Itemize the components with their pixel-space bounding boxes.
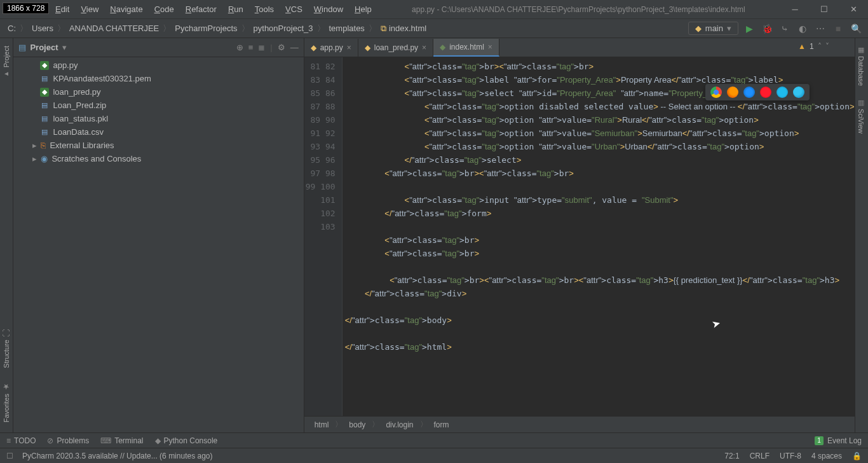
tree-file-LoanData.csv[interactable]: ▤LoanData.csv	[13, 125, 303, 139]
search-everywhere-button[interactable]: 🔍	[849, 22, 863, 36]
close-tab-icon[interactable]: ×	[488, 43, 492, 52]
status-cell[interactable]: UTF-8	[780, 452, 801, 460]
breadcrumb-segment[interactable]: C:	[5, 22, 18, 34]
event-log-button[interactable]: Event Log	[827, 436, 862, 445]
right-tool-gutter: ▦ Database ▥ SciView	[855, 38, 868, 432]
html-file-icon: ◆	[440, 43, 445, 52]
editor-breadcrumbs[interactable]: html〉body〉div.login〉form	[304, 416, 855, 432]
lock-icon[interactable]: 🔒	[852, 452, 862, 460]
tool-tab-sciview[interactable]: ▥ SciView	[857, 95, 865, 137]
expand-all-icon[interactable]: ≡	[248, 43, 254, 52]
close-tab-icon[interactable]: ×	[347, 43, 351, 52]
status-cell[interactable]: 4 spaces	[811, 452, 842, 460]
select-opened-file-icon[interactable]: ⊕	[236, 43, 243, 52]
editor-tab-index.html[interactable]: ◆index.html×	[433, 39, 499, 57]
menu-help[interactable]: Help	[349, 2, 377, 17]
breadcrumb-segment[interactable]: Users	[29, 22, 56, 34]
close-button[interactable]: ✕	[839, 0, 868, 19]
breadcrumb-segment[interactable]: pythonProject_3	[251, 22, 316, 34]
menu-run[interactable]: Run	[223, 2, 248, 17]
hide-icon[interactable]: —	[290, 43, 299, 52]
breadcrumb-segment[interactable]: ANANDA CHATTERJEE	[67, 22, 161, 34]
editor-tab-loan_pred.py[interactable]: ◆loan_pred.py×	[358, 39, 433, 57]
run-configuration-selector[interactable]: ◆ main ▾	[688, 22, 738, 35]
tree-file-loan_status.pkl[interactable]: ▤loan_status.pkl	[13, 112, 303, 125]
safari-icon[interactable]	[743, 86, 755, 98]
tool-window-toggle-icon[interactable]: ☐	[6, 452, 13, 460]
editor-crumb[interactable]: html	[315, 420, 329, 429]
debug-button[interactable]: 🐞	[760, 22, 774, 36]
breadcrumb-segment[interactable]: ⧉ index.html	[378, 22, 429, 35]
bottom-tool-todo[interactable]: ≡TODO	[6, 436, 36, 445]
code-content[interactable]: <"attr">class="tag">br><"attr">class="ta…	[342, 57, 855, 416]
edge-icon[interactable]	[793, 86, 804, 98]
minimize-button[interactable]: ─	[780, 0, 810, 19]
editor-crumb[interactable]: form	[434, 420, 449, 429]
menu-tools[interactable]: Tools	[250, 2, 279, 17]
stop-button[interactable]: ■	[831, 22, 845, 36]
tree-item-label: LoanData.csv	[53, 127, 104, 137]
maximize-button[interactable]: ☐	[810, 0, 839, 19]
menu-view[interactable]: View	[76, 2, 104, 17]
settings-icon[interactable]: ⚙	[278, 43, 285, 52]
bottom-tool-python-console[interactable]: ◆Python Console	[155, 436, 218, 445]
inspection-summary[interactable]: ▲ 1 ˄ ˅	[798, 42, 829, 51]
run-button[interactable]: ▶	[742, 22, 756, 36]
tab-label: index.html	[449, 43, 484, 52]
status-cell[interactable]: CRLF	[750, 452, 770, 460]
tree-item-label: loan_pred.py	[53, 87, 100, 97]
tool-label: Problems	[57, 436, 89, 445]
next-highlight-icon[interactable]: ˅	[825, 42, 829, 51]
chevron-right-icon: 〉	[57, 23, 65, 34]
tool-tab-database[interactable]: ▦ Database	[857, 42, 865, 90]
close-tab-icon[interactable]: ×	[422, 43, 426, 52]
status-cell[interactable]: 72:1	[724, 452, 739, 460]
run-coverage-button[interactable]: ⤷	[778, 22, 792, 36]
editor-crumb[interactable]: body	[349, 420, 365, 429]
tool-tab-project[interactable]: ▸Project	[2, 42, 11, 83]
tool-label: TODO	[14, 436, 36, 445]
prev-highlight-icon[interactable]: ˄	[818, 42, 822, 51]
menu-code[interactable]: Code	[149, 2, 179, 17]
chevron-right-icon: 〉	[369, 23, 377, 34]
chevron-right-icon: 〉	[163, 23, 171, 34]
attach-button[interactable]: ⋯	[813, 22, 827, 36]
path-breadcrumbs[interactable]: C:〉Users〉ANANDA CHATTERJEE〉PycharmProjec…	[5, 22, 429, 35]
tool-icon: ◆	[155, 436, 161, 445]
tool-tab-structure[interactable]: Structure⛶	[2, 325, 11, 372]
chevron-down-icon[interactable]: ▾	[62, 43, 67, 52]
chevron-right-icon: 〉	[420, 419, 428, 430]
tool-tab-favorites[interactable]: Favorites★	[2, 378, 11, 426]
menu-navigate[interactable]: Navigate	[105, 2, 147, 17]
project-pane-title: Project	[30, 43, 58, 52]
ie-icon[interactable]	[776, 86, 788, 98]
status-bar: ☐ PyCharm 2020.3.5 available // Update..…	[0, 448, 868, 463]
menu-window[interactable]: Window	[309, 2, 348, 17]
opera-icon[interactable]	[760, 86, 771, 98]
tree-root-external-libraries[interactable]: ▸⎘External Libraries	[13, 139, 303, 152]
menu-refactor[interactable]: Refactor	[180, 2, 222, 17]
breadcrumb-segment[interactable]: templates	[327, 22, 367, 34]
menu-vcs[interactable]: VCS	[280, 2, 308, 17]
menu-edit[interactable]: Edit	[50, 2, 74, 17]
dimension-badge: 1866 x 728	[3, 3, 49, 14]
editor-tab-app.py[interactable]: ◆app.py×	[304, 39, 358, 57]
collapse-all-icon[interactable]: ≣	[258, 43, 265, 52]
profile-button[interactable]: ◐	[796, 22, 810, 36]
bottom-tool-terminal[interactable]: ⌨Terminal	[100, 436, 143, 445]
firefox-icon[interactable]	[727, 86, 738, 98]
tree-file-KPAnandatest030321.pem[interactable]: ▤KPAnandatest030321.pem	[13, 72, 303, 85]
bottom-tool-problems[interactable]: ⊘Problems	[47, 436, 89, 445]
breadcrumb-segment[interactable]: PycharmProjects	[172, 22, 240, 34]
tree-file-loan_pred.py[interactable]: ◆loan_pred.py	[13, 85, 303, 99]
editor-crumb[interactable]: div.login	[386, 420, 413, 429]
file-icon: ▤	[40, 101, 49, 110]
status-message[interactable]: PyCharm 2020.3.5 available // Update... …	[22, 452, 213, 460]
editor-tabs: ◆app.py×◆loan_pred.py×◆index.html×	[304, 38, 855, 57]
tree-file-Loan_Pred.zip[interactable]: ▤Loan_Pred.zip	[13, 99, 303, 112]
tree-file-app.py[interactable]: ◆app.py	[13, 59, 303, 72]
editor-body[interactable]: 81 82 83 84 85 86 87 88 89 90 91 92 93 9…	[304, 57, 855, 416]
chrome-icon[interactable]	[710, 86, 722, 98]
project-tree[interactable]: ◆app.py▤KPAnandatest030321.pem◆loan_pred…	[13, 57, 303, 432]
tree-root-scratches-and-consoles[interactable]: ▸◉Scratches and Consoles	[13, 152, 303, 165]
